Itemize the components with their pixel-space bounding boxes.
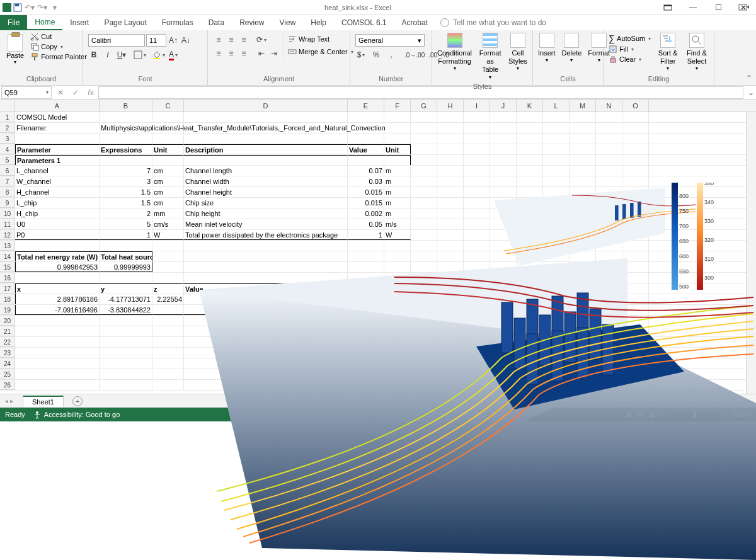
cell[interactable] xyxy=(184,241,348,251)
cell[interactable] xyxy=(490,187,517,197)
row-header[interactable]: 24 xyxy=(0,358,15,369)
cell[interactable] xyxy=(622,262,649,272)
increase-decimal-button[interactable]: .0→.00 xyxy=(404,49,425,60)
cell[interactable] xyxy=(596,112,622,122)
row-header[interactable]: 18 xyxy=(0,294,15,304)
cell[interactable] xyxy=(622,380,649,390)
cell[interactable] xyxy=(543,337,570,347)
row-header[interactable]: 19 xyxy=(0,305,15,315)
cell[interactable] xyxy=(543,348,570,358)
row-header[interactable]: 14 xyxy=(0,251,15,261)
cell[interactable] xyxy=(570,369,596,379)
cell[interactable] xyxy=(464,273,490,283)
cell[interactable] xyxy=(570,348,596,358)
cell[interactable] xyxy=(543,369,570,379)
cell[interactable] xyxy=(490,262,517,272)
row-header[interactable]: 26 xyxy=(0,380,15,390)
cell[interactable]: 0.99999993 xyxy=(100,262,152,272)
wrap-text-button[interactable]: Wrap Text xyxy=(287,34,355,44)
cell[interactable] xyxy=(437,348,464,358)
cell[interactable] xyxy=(622,123,649,133)
cell[interactable] xyxy=(543,380,570,390)
cell[interactable] xyxy=(570,241,596,251)
control-box-icon[interactable] xyxy=(3,3,11,12)
cell[interactable] xyxy=(517,380,543,390)
cell[interactable] xyxy=(152,155,184,165)
cell[interactable] xyxy=(464,326,490,336)
cell[interactable] xyxy=(464,144,490,154)
cell[interactable] xyxy=(184,316,348,326)
cell[interactable] xyxy=(411,337,437,347)
cell[interactable] xyxy=(464,155,490,165)
cell[interactable] xyxy=(543,358,570,369)
spreadsheet-grid[interactable]: ABCDEFGHIJKLMNO 1COMSOL Model2Filename:M… xyxy=(0,100,756,394)
cell[interactable]: H_channel xyxy=(15,187,100,197)
cell[interactable] xyxy=(596,251,622,261)
cell[interactable]: m xyxy=(384,176,411,186)
cell[interactable] xyxy=(596,283,622,294)
cell[interactable]: 0.999842953 xyxy=(15,262,100,272)
cell[interactable] xyxy=(570,305,596,315)
cell[interactable] xyxy=(464,112,490,122)
cell[interactable]: cm/s xyxy=(152,219,184,229)
tab-acrobat[interactable]: Acrobat xyxy=(394,15,435,30)
cell[interactable] xyxy=(543,305,570,315)
cell[interactable] xyxy=(184,134,348,144)
cell[interactable] xyxy=(348,283,384,294)
cell[interactable]: m/s xyxy=(384,219,411,229)
row-header[interactable]: 3 xyxy=(0,134,15,144)
cell[interactable] xyxy=(184,155,348,165)
cell[interactable] xyxy=(596,348,622,358)
cell[interactable] xyxy=(152,348,184,358)
cell[interactable] xyxy=(152,316,184,326)
cell[interactable] xyxy=(464,230,490,240)
cell[interactable] xyxy=(184,380,348,390)
cell[interactable]: 0.015 xyxy=(348,198,384,208)
cell[interactable]: 7 xyxy=(100,166,152,176)
cell[interactable] xyxy=(543,144,570,154)
find-select-button[interactable]: Find & Select▾ xyxy=(682,31,711,73)
cell[interactable] xyxy=(348,358,384,369)
insert-cells-button[interactable]: Insert▾ xyxy=(536,31,558,65)
column-header[interactable]: I xyxy=(464,100,490,111)
cell[interactable] xyxy=(464,316,490,326)
save-icon[interactable] xyxy=(13,3,23,13)
cell[interactable] xyxy=(384,283,411,294)
sort-filter-button[interactable]: Sort & Filter▾ xyxy=(655,31,681,73)
cell[interactable] xyxy=(464,209,490,219)
cell[interactable] xyxy=(622,305,649,315)
cell[interactable] xyxy=(184,262,348,272)
cell[interactable] xyxy=(348,369,384,379)
column-header[interactable]: J xyxy=(490,100,517,111)
cell[interactable] xyxy=(348,134,384,144)
cell[interactable] xyxy=(464,358,490,369)
cell[interactable] xyxy=(15,134,100,144)
cell[interactable]: m xyxy=(384,198,411,208)
cell[interactable] xyxy=(348,305,384,315)
align-center-icon[interactable]: ≡ xyxy=(226,48,237,59)
cell[interactable] xyxy=(184,251,348,261)
cell[interactable] xyxy=(517,262,543,272)
cell[interactable] xyxy=(348,380,384,390)
cell[interactable] xyxy=(437,294,464,304)
cell[interactable] xyxy=(596,187,622,197)
cell[interactable]: P0 xyxy=(15,230,100,240)
cell[interactable] xyxy=(348,251,384,261)
cell[interactable] xyxy=(622,294,649,304)
cell[interactable] xyxy=(517,283,543,294)
row-header[interactable]: 22 xyxy=(0,337,15,347)
tab-formulas[interactable]: Formulas xyxy=(154,15,201,30)
cell[interactable] xyxy=(411,176,437,186)
decrease-font-icon[interactable]: A↓ xyxy=(180,35,192,46)
cell[interactable] xyxy=(437,166,464,176)
cell[interactable] xyxy=(543,251,570,261)
cell[interactable] xyxy=(490,369,517,379)
cell[interactable] xyxy=(184,273,348,283)
cell[interactable] xyxy=(15,273,100,283)
cell[interactable] xyxy=(596,316,622,326)
cell[interactable] xyxy=(437,209,464,219)
cell[interactable] xyxy=(15,358,100,369)
cell[interactable] xyxy=(100,241,152,251)
cell[interactable] xyxy=(464,337,490,347)
cell[interactable] xyxy=(184,358,348,369)
